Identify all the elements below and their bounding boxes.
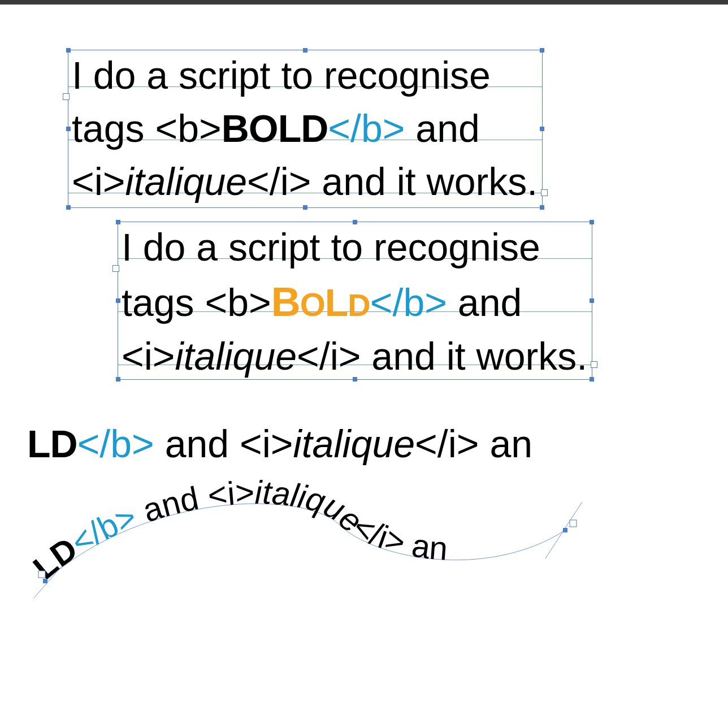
selection-handle[interactable] [540,127,544,131]
selection-handle[interactable] [540,205,544,210]
text-segment: I do a script to recognise [72,54,491,97]
path-text-content: LD</b> and <i>italique</i> an [26,474,449,586]
text-frame-2[interactable]: I do a script to recognise tags <b>BOLD<… [118,222,592,380]
in-port[interactable] [112,265,119,272]
app-titlebar [0,0,728,5]
text-segment: and [447,281,522,324]
selection-handle[interactable] [66,48,71,53]
italic-tag-close: </i> [247,160,311,203]
path-in-port[interactable] [38,571,45,578]
bold-fragment: LD [27,422,77,465]
in-port[interactable] [63,93,70,100]
text-segment: tags [122,281,205,324]
selection-handle[interactable] [66,127,71,131]
italic-word: italique [293,422,415,465]
document-canvas[interactable]: I do a script to recognise tags <b>BOLD<… [0,5,728,728]
bold-tag-close: </b> [77,422,154,465]
italic-tag-open: <i> [122,335,175,378]
text-frame-2-content[interactable]: I do a script to recognise tags <b>BOLD<… [122,221,588,383]
text-segment: and [154,422,240,465]
text-segment: and [405,107,479,150]
text-segment: and it works. [361,335,587,378]
bold-word: BOLD [222,107,328,150]
text-segment: an [479,422,533,465]
out-port[interactable] [591,361,597,368]
italic-tag-open: <i> [240,422,293,465]
text-segment: tags [72,107,155,150]
selection-handle[interactable] [303,205,307,210]
path-out-port[interactable] [570,520,577,527]
bold-tag-close: </b> [328,107,405,150]
bold-word-orange: BOLD [271,281,370,324]
selection-handle[interactable] [590,220,594,224]
selection-handle[interactable] [303,48,307,53]
text-frame-1[interactable]: I do a script to recognise tags <b>BOLD<… [68,50,543,208]
selection-handle[interactable] [66,205,71,210]
path-anchor[interactable] [43,579,47,583]
text-segment: I do a script to recognise [122,226,540,268]
text-line-straight[interactable]: LD</b> and <i>italique</i> an [27,422,532,466]
selection-handle[interactable] [353,377,357,382]
italic-tag-close: </i> [415,422,479,465]
italic-tag-close: </i> [297,335,361,378]
selection-handle[interactable] [116,298,120,303]
selection-handle[interactable] [540,48,544,53]
italic-word: italique [175,335,297,378]
selection-handle[interactable] [353,220,357,224]
bold-tag-open: <b> [205,281,271,324]
selection-handle[interactable] [116,220,120,224]
italic-word: italique [125,160,248,203]
path-anchor[interactable] [563,528,567,532]
text-frame-1-content[interactable]: I do a script to recognise tags <b>BOLD<… [72,49,539,208]
selection-handle[interactable] [590,298,594,303]
selection-handle[interactable] [116,377,120,382]
out-port[interactable] [541,189,548,196]
text-segment: and it works. [311,160,538,203]
bold-tag-open: <b> [155,107,221,150]
text-on-path[interactable]: LD</b> and <i>italique</i> an [23,468,588,615]
bold-tag-close: </b> [370,281,447,324]
italic-tag-open: <i> [72,160,125,203]
selection-handle[interactable] [590,377,594,382]
